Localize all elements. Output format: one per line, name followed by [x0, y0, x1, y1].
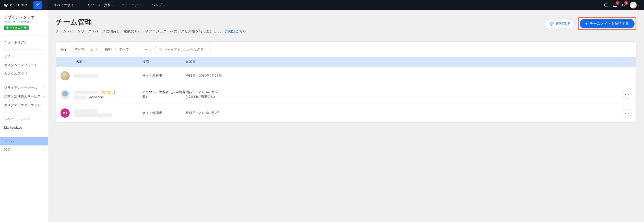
sidebar: デザインスタジオ 役割：サイト所有者 ◆ パイオニア ◆ チュートリアルサイトカ…	[0, 10, 48, 222]
chevron-right-icon: ›	[43, 86, 44, 90]
main-content: チーム管理 チームメイトをワークスペースに招待し、複数のサイトやプロジェクトへの…	[48, 10, 644, 222]
sidebar-item-label: カスタマーケアチケット	[4, 103, 41, 107]
page-title: チーム管理	[56, 17, 246, 27]
role-management-button[interactable]: 役割管理	[545, 19, 575, 28]
user-avatar-menu[interactable]: ⌄	[630, 2, 640, 9]
sidebar-item-5[interactable]: 請求・定期購入サービス›	[0, 92, 48, 101]
top-navbar: WIX STUDIO デ ⌄ すべてのサイト⌄ リソース・資料⌄ コミュニティ⌄…	[0, 0, 644, 10]
name-cell: 期限切れyahoo.com	[61, 90, 142, 99]
redacted-name	[74, 91, 98, 94]
caret-down-icon: ⌄	[42, 0, 48, 10]
name-cell	[61, 71, 142, 80]
role-cell: アカウント管理者（共同所有者）	[142, 90, 186, 99]
messages-icon[interactable]	[604, 3, 609, 8]
redacted-email	[74, 113, 112, 117]
sidebar-item-9[interactable]: チーム	[0, 137, 48, 145]
learn-more-link[interactable]: 詳細はこちら	[225, 29, 246, 33]
col-role[interactable]: 役割	[142, 59, 186, 64]
topbar-right: 3 1 ⌄	[604, 2, 644, 9]
sidebar-item-label: カスタムテンプレート	[4, 63, 37, 67]
sidebar-item-label: 設定	[4, 147, 11, 152]
role-cell: サイト所有者	[142, 73, 186, 78]
email-domain: yahoo.com	[89, 95, 104, 99]
sidebar-item-4[interactable]: クライアントサクセス›	[0, 83, 48, 92]
separator	[4, 81, 44, 81]
svg-rect-0	[604, 4, 608, 6]
sidebar-item-label: サイト	[4, 54, 14, 59]
pioneer-badge: ◆ パイオニア ◆	[4, 26, 29, 30]
chevron-right-icon: ›	[43, 95, 44, 98]
gear-icon	[550, 22, 554, 26]
logo[interactable]: WIX STUDIO	[0, 3, 31, 7]
col-joined[interactable]: 参加日	[186, 59, 616, 64]
highlight-annotation: + チームメイトを招待する	[578, 17, 636, 30]
nav-help[interactable]: ヘルプ⌄	[148, 0, 169, 10]
nav-community[interactable]: コミュニティ⌄	[118, 0, 148, 10]
svg-point-1	[551, 23, 552, 24]
sidebar-item-3[interactable]: カスタムアプリ	[0, 69, 48, 78]
invite-teammate-button[interactable]: + チームメイトを招待する	[580, 19, 635, 28]
separator	[4, 112, 44, 112]
workspace-name: デザインスタジオ	[4, 15, 44, 20]
announcements-icon[interactable]: 1	[621, 3, 626, 8]
caret-down-icon: ⌄	[142, 4, 145, 7]
warning-icon: ▲	[90, 47, 93, 52]
avatar	[61, 90, 70, 99]
caret-down-icon: ⌄	[112, 4, 114, 7]
search-field[interactable]	[154, 46, 211, 53]
expired-badge: 期限切れ	[100, 90, 115, 95]
logo-w: W	[4, 3, 8, 7]
table-header: 名前 ↑ 役割 参加日	[56, 57, 636, 67]
col-name[interactable]: 名前 ↑	[61, 59, 142, 64]
nav-resources[interactable]: リソース・資料⌄	[84, 0, 118, 10]
team-table-card: 表示 すべて ▲ 役割 すべて 名前 ↑ 役割	[56, 41, 636, 122]
name-cell: MA	[61, 108, 142, 118]
workspace-role: 役割：サイト所有者	[4, 20, 44, 24]
sidebar-item-0[interactable]: チュートリアル	[0, 38, 48, 47]
display-filter-select[interactable]: すべて ▲	[71, 46, 101, 53]
sidebar-item-10[interactable]: 設定›	[0, 145, 48, 154]
notification-badge: 3	[616, 1, 619, 5]
avatar-icon	[630, 2, 637, 9]
joined-cell: 登録日：2019年9月16日	[186, 73, 616, 78]
announcement-badge: 1	[624, 1, 628, 5]
filter-bar: 表示 すべて ▲ 役割 すべて	[56, 42, 636, 57]
svg-line-3	[161, 50, 162, 51]
sidebar-item-2[interactable]: カスタムテンプレート	[0, 61, 48, 69]
row-more-button[interactable]: ⋯	[623, 90, 631, 99]
workspace-header: デザインスタジオ 役割：サイト所有者 ◆ パイオニア ◆	[0, 14, 48, 33]
sidebar-item-label: クライアントサクセス	[4, 85, 37, 90]
redacted-name	[74, 74, 98, 78]
header-actions: 役割管理 + チームメイトを招待する	[545, 17, 636, 30]
search-input[interactable]	[164, 48, 207, 52]
caret-down-icon: ⌄	[163, 4, 165, 7]
sidebar-item-label: Marketplace	[4, 126, 22, 129]
page-subtitle: チームメイトをワークスペースに招待し、複数のサイトやプロジェクトへのアクセス権を…	[56, 29, 246, 34]
sidebar-item-label: カスタムアプリ	[4, 71, 27, 76]
nav-all-sites[interactable]: すべてのサイト⌄	[50, 0, 84, 10]
row-more-button[interactable]: ⋯	[623, 109, 631, 117]
joined-cell: 招待日：2023年8月5日(40日前に期限切れ)	[186, 90, 616, 99]
redacted-email-local	[74, 95, 87, 99]
separator	[4, 49, 44, 50]
sidebar-item-label: 請求・定期購入サービス	[4, 94, 41, 99]
chevron-right-icon: ›	[43, 148, 44, 152]
sidebar-item-8[interactable]: Marketplace	[0, 124, 48, 131]
joined-cell: 登録日：2023年8月2日	[186, 111, 616, 115]
caret-down-icon: ⌄	[638, 4, 640, 7]
avatar: MA	[61, 108, 70, 118]
separator	[4, 134, 44, 134]
sidebar-item-7[interactable]: レベニューシェア	[0, 115, 48, 124]
sidebar-item-1[interactable]: サイト	[0, 52, 48, 61]
sidebar-item-6[interactable]: カスタマーケアチケット	[0, 101, 48, 109]
role-filter-select[interactable]: すべて	[115, 46, 151, 53]
page-header: チーム管理 チームメイトをワークスペースに招待し、複数のサイトやプロジェクトへの…	[56, 17, 636, 34]
site-switcher[interactable]: デ ⌄	[31, 0, 48, 10]
display-filter-label: 表示	[61, 47, 67, 52]
role-filter-label: 役割	[105, 47, 112, 52]
table-row: MAサイト管理者登録日：2023年8月2日⋯	[56, 104, 636, 122]
redacted-name	[74, 109, 98, 113]
avatar	[61, 71, 70, 80]
notifications-icon[interactable]: 3	[612, 3, 617, 8]
sidebar-item-label: チーム	[4, 139, 14, 143]
